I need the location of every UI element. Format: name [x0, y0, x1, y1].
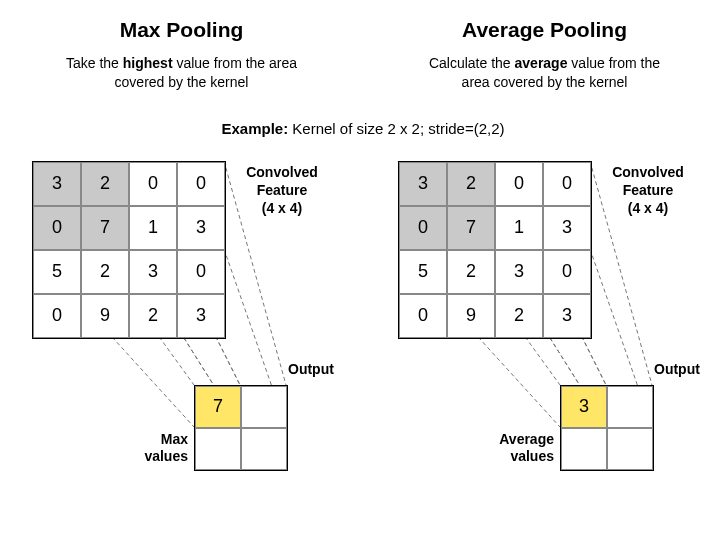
conv-label-l1: Convolved [612, 164, 684, 180]
values-label-left: Max values [116, 431, 188, 466]
output-cell [607, 386, 653, 428]
output-grid-right: 3 [560, 385, 654, 471]
output-cell [607, 428, 653, 470]
cell: 2 [81, 162, 129, 206]
output-label-right: Output [654, 361, 700, 377]
cell: 7 [81, 206, 129, 250]
desc-left-pre: Take the [66, 55, 123, 71]
output-cell [241, 386, 287, 428]
cell: 0 [543, 162, 591, 206]
output-cell [561, 428, 607, 470]
cell: 2 [129, 294, 177, 338]
output-grid-left: 7 [194, 385, 288, 471]
cell: 2 [495, 294, 543, 338]
conv-label-l3: (4 x 4) [262, 200, 302, 216]
values-label-right: Average values [482, 431, 554, 466]
cell: 0 [543, 250, 591, 294]
input-grid-left: 3 2 0 0 0 7 1 3 5 2 3 0 0 9 2 3 [32, 161, 226, 339]
conv-label-l2: Feature [257, 182, 308, 198]
cell: 3 [543, 294, 591, 338]
cell: 0 [129, 162, 177, 206]
cell: 7 [447, 206, 495, 250]
cell: 0 [495, 162, 543, 206]
cell: 3 [495, 250, 543, 294]
conv-label-l2: Feature [623, 182, 674, 198]
cell: 9 [447, 294, 495, 338]
cell: 3 [33, 162, 81, 206]
example-caption: Example: Kernel of size 2 x 2; stride=(2… [0, 120, 726, 137]
output-cell [195, 428, 241, 470]
cell: 2 [81, 250, 129, 294]
cell: 5 [399, 250, 447, 294]
desc-left-bold: highest [123, 55, 173, 71]
cell: 0 [177, 162, 225, 206]
desc-right-pre: Calculate the [429, 55, 515, 71]
example-label: Example: [221, 120, 288, 137]
cell: 9 [81, 294, 129, 338]
cell: 3 [543, 206, 591, 250]
example-text: Kernel of size 2 x 2; stride=(2,2) [288, 120, 504, 137]
cell: 3 [129, 250, 177, 294]
cell: 0 [399, 294, 447, 338]
desc-right: Calculate the average value from the are… [425, 54, 665, 92]
output-cell-highlighted: 7 [195, 386, 241, 428]
conv-label-l1: Convolved [246, 164, 318, 180]
cell: 2 [447, 162, 495, 206]
output-cell [241, 428, 287, 470]
cell: 0 [177, 250, 225, 294]
title-left: Max Pooling [32, 18, 332, 42]
title-right: Average Pooling [395, 18, 695, 42]
input-grid-right: 3 2 0 0 0 7 1 3 5 2 3 0 0 9 2 3 [398, 161, 592, 339]
cell: 3 [399, 162, 447, 206]
desc-left: Take the highest value from the area cov… [62, 54, 302, 92]
cell: 0 [399, 206, 447, 250]
conv-label-l3: (4 x 4) [628, 200, 668, 216]
cell: 2 [447, 250, 495, 294]
cell: 0 [33, 206, 81, 250]
output-cell-highlighted: 3 [561, 386, 607, 428]
output-label-left: Output [288, 361, 334, 377]
cell: 0 [33, 294, 81, 338]
cell: 3 [177, 294, 225, 338]
conv-feature-label-right: Convolved Feature (4 x 4) [598, 163, 698, 218]
cell: 5 [33, 250, 81, 294]
conv-feature-label-left: Convolved Feature (4 x 4) [232, 163, 332, 218]
cell: 3 [177, 206, 225, 250]
desc-right-bold: average [515, 55, 568, 71]
cell: 1 [495, 206, 543, 250]
cell: 1 [129, 206, 177, 250]
